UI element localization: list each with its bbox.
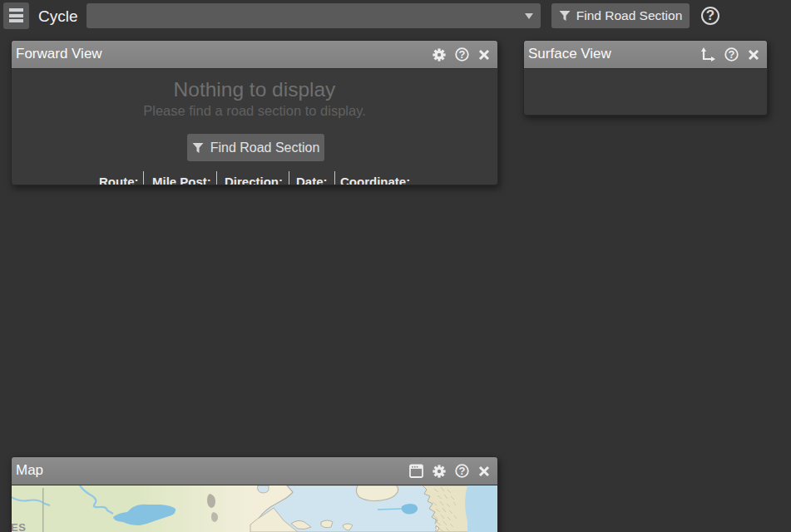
svg-text:?: ? (459, 48, 466, 61)
svg-text:ES: ES (12, 521, 26, 532)
svg-text:?: ? (729, 48, 735, 61)
svg-text:?: ? (459, 465, 466, 477)
